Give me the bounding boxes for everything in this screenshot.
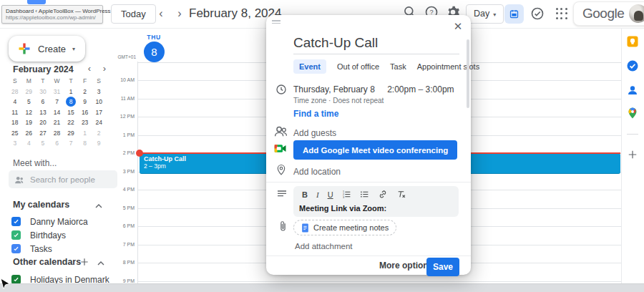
mini-calendar-day[interactable]: 20 <box>36 117 50 128</box>
find-a-time-link[interactable]: Find a time <box>293 109 338 119</box>
mini-calendar-day[interactable]: 26 <box>22 128 36 139</box>
mini-calendar-day[interactable]: 9 <box>78 97 92 107</box>
calendar-checkbox[interactable] <box>11 244 21 253</box>
description-editor[interactable]: B I U 123 Meeting Link via Zoom: <box>293 186 459 217</box>
numbered-list-icon[interactable]: 123 <box>342 190 351 199</box>
mini-calendar-day[interactable]: 14 <box>50 107 64 118</box>
mini-calendar-day[interactable]: 29 <box>64 128 78 139</box>
mini-calendar-day[interactable]: 23 <box>78 117 92 128</box>
time-label: 8 PM <box>100 260 135 265</box>
avatar[interactable] <box>629 4 644 23</box>
mini-calendar-day[interactable]: 7 <box>50 97 64 107</box>
underline-icon[interactable]: U <box>328 190 333 199</box>
mini-calendar-day[interactable]: 2 <box>78 87 92 97</box>
google-meet-icon <box>274 143 287 154</box>
add-attachment-button[interactable]: Add attachment <box>295 242 353 250</box>
location-pin-icon <box>276 164 286 176</box>
apps-grid-icon[interactable] <box>556 8 567 19</box>
calendar-list-item[interactable]: Birthdays <box>9 228 127 242</box>
description-text[interactable]: Meeting Link via Zoom: <box>293 201 459 213</box>
mini-calendar-day[interactable]: 29 <box>22 87 36 97</box>
tab-task[interactable]: Task <box>390 59 406 74</box>
tab-event[interactable]: Event <box>293 59 326 74</box>
mini-calendar-title: February 2024 <box>13 64 74 74</box>
mini-calendar-day[interactable]: 15 <box>64 107 78 118</box>
bulleted-list-icon[interactable] <box>360 190 369 199</box>
mini-calendar-day[interactable]: 27 <box>36 128 50 139</box>
tasks-icon[interactable] <box>626 59 639 72</box>
next-day-button[interactable]: › <box>170 4 189 24</box>
calendar-checkbox[interactable] <box>11 217 21 226</box>
mini-calendar-day[interactable]: 22 <box>64 117 78 128</box>
mini-calendar-day[interactable]: 25 <box>8 128 22 139</box>
calendar-view-toggle[interactable] <box>504 4 524 24</box>
keep-icon[interactable] <box>626 35 639 48</box>
account-chip: Google <box>573 1 644 26</box>
create-meeting-notes-button[interactable]: Create meeting notes <box>293 220 396 235</box>
create-button[interactable]: Create ▾ <box>9 36 85 62</box>
add-guests-input[interactable]: Add guests <box>293 128 336 138</box>
prev-day-button[interactable]: ‹ <box>152 4 170 24</box>
time-label: 5 PM <box>100 205 135 210</box>
link-icon[interactable] <box>378 190 388 199</box>
event-datetime[interactable]: Thursday, February 8 2:00pm – 3:00pm <box>293 84 454 94</box>
time-label: 3 PM <box>100 169 135 174</box>
save-button[interactable]: Save <box>426 258 459 276</box>
mini-calendar-day-name: W <box>50 76 64 87</box>
mini-calendar-day[interactable]: 1 <box>64 87 78 97</box>
italic-icon[interactable]: I <box>316 190 319 199</box>
mini-calendar-next[interactable]: › <box>99 63 110 74</box>
dialog-scrollbar[interactable] <box>467 39 469 108</box>
rail-divider <box>627 134 638 135</box>
mini-calendar-day[interactable]: 13 <box>36 107 50 118</box>
get-addons-plus-icon[interactable] <box>626 148 639 161</box>
mini-calendar-prev[interactable]: ‹ <box>84 63 95 74</box>
event-title-input[interactable]: Catch-Up Call <box>293 35 378 51</box>
mini-calendar-day[interactable]: 31 <box>50 87 64 97</box>
mini-calendar-day[interactable]: 11 <box>8 107 22 118</box>
maps-icon[interactable] <box>626 107 639 120</box>
hour-gridline <box>138 281 621 282</box>
mini-calendar-day[interactable]: 18 <box>8 117 22 128</box>
calendar-label: Tasks <box>30 244 52 254</box>
add-calendar-plus-icon[interactable] <box>79 256 90 268</box>
mini-calendar-day[interactable]: 6 <box>50 138 64 149</box>
mini-calendar-day[interactable]: 3 <box>8 138 22 149</box>
mini-calendar-day[interactable]: 24 <box>92 117 106 128</box>
event-type-tabs: EventOut of officeTaskAppointment slots <box>293 59 479 74</box>
mini-calendar-day[interactable]: 28 <box>50 128 64 139</box>
mini-calendar-day[interactable]: 1 <box>78 128 92 139</box>
view-dropdown[interactable]: Day▾ <box>466 4 504 24</box>
mini-calendar-day[interactable]: 6 <box>36 97 50 107</box>
mini-calendar-day[interactable]: 7 <box>64 138 78 149</box>
add-location-input[interactable]: Add location <box>293 167 341 177</box>
mini-calendar-day[interactable]: 19 <box>22 117 36 128</box>
mini-calendar-day[interactable]: 21 <box>50 117 64 128</box>
add-meet-button[interactable]: Add Google Meet video conferencing <box>293 140 457 160</box>
mini-calendar-day[interactable]: 28 <box>8 87 22 97</box>
calendar-checkbox[interactable] <box>11 230 21 240</box>
mini-calendar-day[interactable]: 5 <box>22 97 36 107</box>
contacts-icon[interactable] <box>626 84 639 97</box>
mini-calendar-day[interactable]: 9 <box>92 138 106 149</box>
mini-calendar-day[interactable]: 12 <box>22 107 36 118</box>
mini-calendar-day[interactable]: 5 <box>36 138 50 149</box>
mini-calendar-day[interactable]: 8 <box>64 97 78 107</box>
mini-calendar-day-name: T <box>64 76 78 87</box>
today-button[interactable]: Today <box>111 4 156 24</box>
mini-calendar-day[interactable]: 16 <box>78 107 92 118</box>
mini-calendar-day[interactable]: 4 <box>22 138 36 149</box>
mini-calendar-day[interactable]: 8 <box>78 138 92 149</box>
more-options-button[interactable]: More options <box>379 261 433 271</box>
format-clear-icon[interactable] <box>396 190 406 199</box>
mini-calendar-day[interactable]: 30 <box>36 87 50 97</box>
tab-out-of-office[interactable]: Out of office <box>337 59 379 74</box>
day-number-badge[interactable]: 8 <box>144 42 165 62</box>
mini-calendar-day[interactable]: 4 <box>8 97 22 107</box>
guests-icon <box>274 125 288 137</box>
drag-handle-icon[interactable] <box>272 20 280 24</box>
close-icon[interactable]: ✕ <box>452 20 464 33</box>
bold-icon[interactable]: B <box>302 190 308 199</box>
tasks-toggle-icon[interactable] <box>530 6 545 21</box>
tab-appointment-slots[interactable]: Appointment slots <box>417 59 479 74</box>
